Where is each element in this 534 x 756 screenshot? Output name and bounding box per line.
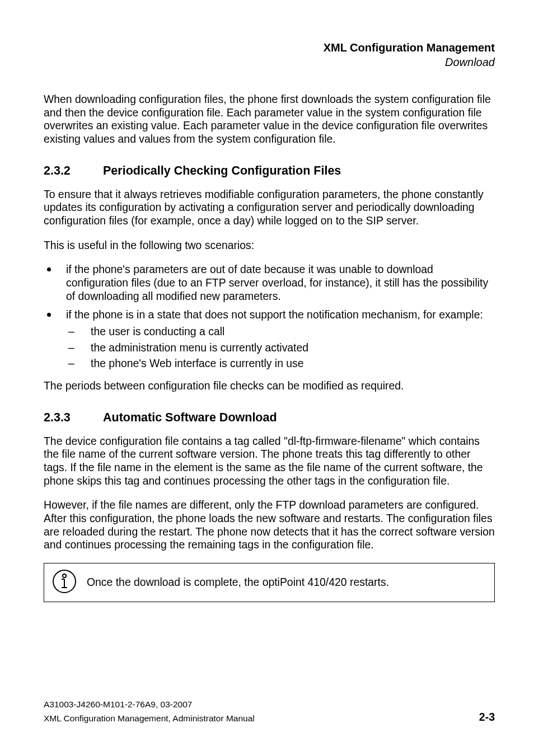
header-title: XML Configuration Management xyxy=(44,40,495,55)
dash-item: the user is conducting a call xyxy=(66,325,495,339)
page-header: XML Configuration Management Download xyxy=(44,40,495,69)
info-note-text: Once the download is complete, the optiP… xyxy=(87,576,389,589)
section-232-p1: To ensure that it always retrieves modif… xyxy=(44,188,495,228)
section-233-number: 2.3.3 xyxy=(44,411,103,425)
header-subtitle: Download xyxy=(44,55,495,69)
section-232-title: Periodically Checking Configuration File… xyxy=(103,164,341,177)
section-233-title: Automatic Software Download xyxy=(103,411,277,424)
section-233-p1: The device configuration file contains a… xyxy=(44,435,495,488)
info-note-box: Once the download is complete, the optiP… xyxy=(44,563,495,602)
bullet-item: if the phone's parameters are out of dat… xyxy=(44,263,495,303)
section-232-bullets: if the phone's parameters are out of dat… xyxy=(44,263,495,370)
page-footer: A31003-J4260-M101-2-76A9, 03-2007 XML Co… xyxy=(44,699,495,724)
dash-item: the phone's Web interface is currently i… xyxy=(66,357,495,370)
footer-line2: XML Configuration Management, Administra… xyxy=(44,713,255,724)
bullet-item-text: if the phone is in a state that does not… xyxy=(66,308,483,321)
footer-line1: A31003-J4260-M101-2-76A9, 03-2007 xyxy=(44,699,495,710)
bullet-item: if the phone is in a state that does not… xyxy=(44,308,495,370)
svg-point-1 xyxy=(63,574,66,577)
intro-paragraph: When downloading configuration files, th… xyxy=(44,93,495,146)
section-232-p3: The periods between configuration file c… xyxy=(44,379,495,393)
page-number: 2-3 xyxy=(479,710,495,724)
section-233-p2: However, if the file names are different… xyxy=(44,499,495,552)
section-232-dashes: the user is conducting a call the admini… xyxy=(66,325,495,370)
info-icon xyxy=(52,569,77,596)
dash-item: the administration menu is currently act… xyxy=(66,341,495,355)
section-232-heading: 2.3.2Periodically Checking Configuration… xyxy=(44,164,495,178)
section-232-p2: This is useful in the following two scen… xyxy=(44,239,495,252)
section-233-heading: 2.3.3Automatic Software Download xyxy=(44,411,495,425)
section-232-number: 2.3.2 xyxy=(44,164,103,178)
